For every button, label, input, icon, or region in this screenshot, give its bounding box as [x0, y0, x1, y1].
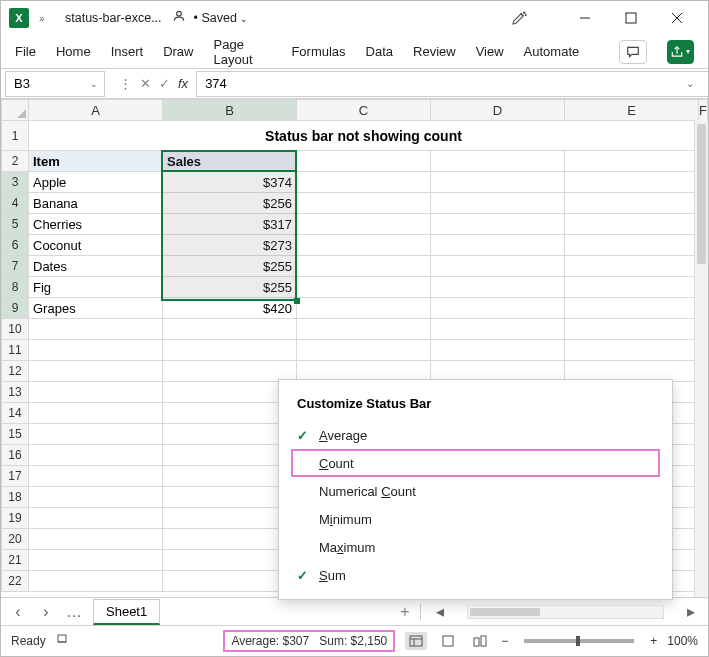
tab-file[interactable]: File: [15, 38, 36, 65]
maximize-button[interactable]: [608, 1, 654, 35]
row-header[interactable]: 17: [2, 466, 29, 487]
row-header[interactable]: 3: [2, 172, 29, 193]
save-status[interactable]: • Saved ⌄: [194, 11, 249, 25]
row-header[interactable]: 18: [2, 487, 29, 508]
menu-item-sum[interactable]: ✓Sum: [279, 561, 672, 589]
enter-formula-icon[interactable]: ✓: [159, 76, 170, 91]
minimize-button[interactable]: [562, 1, 608, 35]
formula-input[interactable]: 374⌄: [196, 71, 708, 97]
row-header[interactable]: 21: [2, 550, 29, 571]
row-header[interactable]: 6: [2, 235, 29, 256]
quick-access-more-icon[interactable]: »: [39, 13, 55, 24]
row-header[interactable]: 13: [2, 382, 29, 403]
hscroll-right-icon[interactable]: ▸: [682, 602, 700, 621]
cancel-formula-icon[interactable]: ✕: [140, 76, 151, 91]
tab-formulas[interactable]: Formulas: [291, 38, 345, 65]
row-header[interactable]: 8: [2, 277, 29, 298]
tab-insert[interactable]: Insert: [111, 38, 144, 65]
zoom-in-button[interactable]: +: [650, 634, 657, 648]
col-header[interactable]: D: [431, 100, 565, 121]
row-header[interactable]: 15: [2, 424, 29, 445]
tab-page-layout[interactable]: Page Layout: [214, 31, 272, 73]
view-page-break-icon[interactable]: [469, 632, 491, 650]
cell[interactable]: Cherries: [29, 214, 163, 235]
row-header[interactable]: 10: [2, 319, 29, 340]
cell[interactable]: Banana: [29, 193, 163, 214]
status-average: Average: $307: [231, 634, 309, 648]
col-header[interactable]: E: [565, 100, 699, 121]
select-all-corner[interactable]: [2, 100, 29, 121]
comments-button[interactable]: [619, 40, 646, 64]
cell[interactable]: $317: [163, 214, 297, 235]
row-header[interactable]: 9: [2, 298, 29, 319]
row-header[interactable]: 1: [2, 121, 29, 151]
row-header[interactable]: 7: [2, 256, 29, 277]
check-icon: ✓: [297, 428, 319, 443]
tab-automate[interactable]: Automate: [524, 38, 580, 65]
row-header[interactable]: 19: [2, 508, 29, 529]
cell[interactable]: $273: [163, 235, 297, 256]
tab-view[interactable]: View: [476, 38, 504, 65]
sheet-tab-bar: ‹ › … Sheet1 + ◂ ▸: [1, 597, 708, 625]
sheet-tab[interactable]: Sheet1: [93, 599, 160, 625]
zoom-out-button[interactable]: −: [501, 634, 508, 648]
row-header[interactable]: 4: [2, 193, 29, 214]
tab-data[interactable]: Data: [366, 38, 393, 65]
row-header[interactable]: 12: [2, 361, 29, 382]
svg-point-2: [525, 14, 526, 15]
view-normal-icon[interactable]: [405, 632, 427, 650]
cell[interactable]: $255: [163, 277, 297, 298]
filename-label[interactable]: status-bar-exce...: [65, 11, 162, 25]
col-header[interactable]: C: [297, 100, 431, 121]
tab-draw[interactable]: Draw: [163, 38, 193, 65]
cell[interactable]: $420: [163, 298, 297, 319]
col-header[interactable]: A: [29, 100, 163, 121]
sheet-prev-icon[interactable]: ‹: [9, 603, 27, 621]
close-button[interactable]: [654, 1, 700, 35]
row-header[interactable]: 22: [2, 571, 29, 592]
menu-item-average[interactable]: ✓Average: [279, 421, 672, 449]
tab-review[interactable]: Review: [413, 38, 456, 65]
cell[interactable]: Dates: [29, 256, 163, 277]
menu-item-minimum[interactable]: Minimum: [279, 505, 672, 533]
zoom-slider[interactable]: [524, 639, 634, 643]
title-cell[interactable]: Status bar not showing count: [29, 121, 699, 151]
row-header[interactable]: 5: [2, 214, 29, 235]
tab-home[interactable]: Home: [56, 38, 91, 65]
zoom-level[interactable]: 100%: [667, 634, 698, 648]
row-header[interactable]: 14: [2, 403, 29, 424]
col-header[interactable]: F: [699, 100, 708, 121]
accessibility-icon[interactable]: [56, 633, 70, 648]
menu-item-numerical-count[interactable]: Numerical Count: [279, 477, 672, 505]
cell[interactable]: Coconut: [29, 235, 163, 256]
sheet-more-icon[interactable]: …: [65, 603, 83, 621]
row-header[interactable]: 11: [2, 340, 29, 361]
row-header[interactable]: 16: [2, 445, 29, 466]
share-icon[interactable]: [172, 9, 188, 27]
sheet-next-icon[interactable]: ›: [37, 603, 55, 621]
share-button[interactable]: ▾: [667, 40, 694, 64]
menu-item-maximum[interactable]: Maximum: [279, 533, 672, 561]
col-header[interactable]: B: [163, 100, 297, 121]
vertical-scrollbar[interactable]: [694, 120, 708, 597]
fx-icon[interactable]: fx: [178, 76, 188, 91]
cell[interactable]: $256: [163, 193, 297, 214]
row-header[interactable]: 20: [2, 529, 29, 550]
status-bar[interactable]: Ready Average: $307 Sum: $2,150 − + 100%: [1, 625, 708, 655]
cell[interactable]: Fig: [29, 277, 163, 298]
editor-icon[interactable]: [496, 1, 542, 35]
name-box[interactable]: B3⌄: [5, 71, 105, 97]
cell[interactable]: Sales: [163, 151, 297, 172]
fill-handle[interactable]: [294, 298, 300, 304]
hscroll-left-icon[interactable]: ◂: [431, 602, 449, 621]
cell[interactable]: Item: [29, 151, 163, 172]
cell[interactable]: $255: [163, 256, 297, 277]
add-sheet-button[interactable]: +: [400, 603, 409, 621]
menu-item-count[interactable]: Count: [291, 449, 660, 477]
cell[interactable]: Apple: [29, 172, 163, 193]
horizontal-scrollbar[interactable]: [467, 605, 664, 619]
row-header[interactable]: 2: [2, 151, 29, 172]
cell[interactable]: Grapes: [29, 298, 163, 319]
cell[interactable]: $374: [163, 172, 297, 193]
view-page-layout-icon[interactable]: [437, 632, 459, 650]
